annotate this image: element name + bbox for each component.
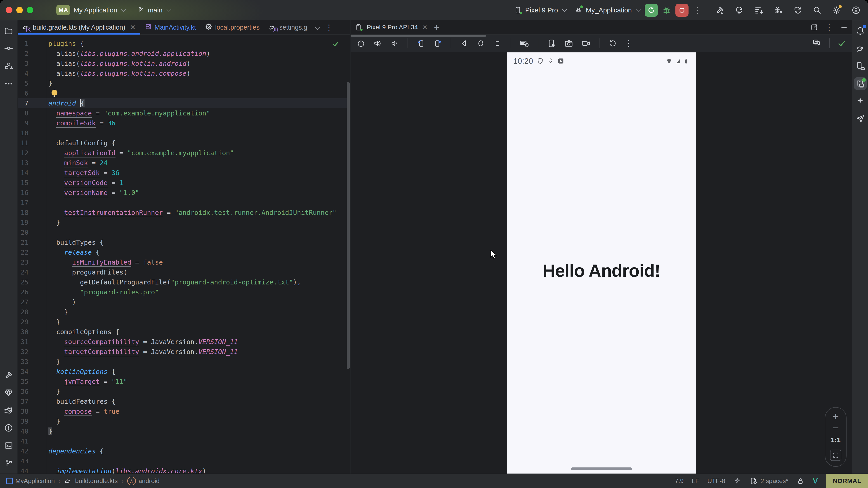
code-line-21[interactable]: buildTypes { [49, 237, 350, 248]
code-line-6[interactable] [49, 88, 350, 98]
breadcrumb-block[interactable]: λ android [127, 477, 160, 485]
device-selector[interactable]: Pixel 9 Pro [510, 4, 568, 16]
intention-lightbulb-icon[interactable] [52, 90, 57, 96]
code-line-20[interactable] [49, 228, 350, 237]
file-encoding[interactable]: UTF-8 [707, 477, 725, 485]
code-line-28[interactable]: } [49, 307, 350, 317]
device-panel-options-icon[interactable]: ⋮ [825, 23, 833, 32]
code-line-35[interactable]: jvmTarget = "11" [49, 377, 350, 387]
stop-button[interactable] [675, 4, 688, 17]
code-line-32[interactable]: targetCompatibility = JavaVersion.VERSIO… [49, 347, 350, 357]
back-button-icon[interactable] [460, 39, 469, 48]
code-line-41[interactable] [49, 436, 350, 446]
caret-position[interactable]: 7:9 [675, 477, 684, 485]
gemini-tool-icon[interactable] [854, 95, 867, 107]
code-line-2[interactable]: alias(libs.plugins.android.application) [49, 48, 350, 59]
apply-code-changes-icon[interactable] [754, 5, 764, 15]
editor-tab-1[interactable]: MainActivity.kt [141, 20, 200, 34]
code-line-16[interactable]: versionName = "1.0" [49, 188, 350, 198]
hide-panel-icon[interactable] [840, 23, 848, 31]
account-icon[interactable] [851, 5, 861, 15]
tab-options-icon[interactable]: ⋮ [325, 23, 333, 32]
breadcrumb-file[interactable]: build.gradle.kts [64, 477, 118, 485]
close-device-tab-icon[interactable]: ✕ [422, 24, 428, 31]
app-distribution-tool-icon[interactable] [854, 112, 867, 125]
more-tool-windows-icon[interactable] [2, 77, 15, 90]
debug-button[interactable] [660, 4, 673, 17]
rotate-right-icon[interactable] [433, 39, 442, 48]
device-settings-icon[interactable] [547, 39, 556, 48]
branch-selector[interactable]: main [134, 4, 173, 16]
line-separator[interactable]: LF [692, 477, 699, 485]
minimize-window-button[interactable] [16, 7, 23, 13]
code-line-13[interactable]: minSdk = 24 [49, 158, 350, 168]
code-line-42[interactable]: dependencies { [49, 446, 350, 456]
run-configuration-selector[interactable]: My_Application [571, 4, 643, 16]
code-line-43[interactable] [49, 456, 350, 466]
code-line-7[interactable]: android { [49, 98, 350, 108]
code-line-26[interactable]: "proguard-rules.pro" [49, 287, 350, 297]
notifications-tool-icon[interactable] [854, 24, 867, 37]
code-line-19[interactable]: } [49, 218, 350, 228]
code-line-3[interactable]: alias(libs.plugins.kotlin.android) [49, 59, 350, 68]
attach-debugger-icon[interactable] [774, 5, 783, 15]
inspections-ok-icon[interactable] [332, 40, 340, 48]
android-nav-handle[interactable] [571, 467, 632, 470]
problems-tool-icon[interactable] [2, 422, 15, 434]
screen-zoom-inspect-icon[interactable] [812, 39, 822, 48]
gradle-tool-icon[interactable] [854, 42, 867, 55]
editor-tab-0[interactable]: Kbuild.gradle.kts (My Application)✕ [18, 20, 141, 34]
code-line-36[interactable]: } [49, 387, 350, 396]
home-button-icon[interactable] [476, 39, 485, 48]
build-hammer-icon[interactable] [715, 5, 725, 15]
code-line-34[interactable]: kotlinOptions { [49, 367, 350, 377]
zoom-actual-size-button[interactable]: 1:1 [831, 436, 840, 444]
code-line-27[interactable]: ) [49, 297, 350, 307]
code-line-25[interactable]: getDefaultProguardFile("proguard-android… [49, 277, 350, 287]
rotate-left-icon[interactable] [416, 39, 426, 48]
overview-button-icon[interactable] [493, 39, 502, 48]
emulator-screen[interactable]: 10:20 Hello Android! [507, 53, 696, 474]
open-in-new-window-icon[interactable] [810, 23, 818, 31]
gemini-disabled-icon[interactable] [733, 477, 741, 485]
code-line-37[interactable]: buildFeatures { [49, 396, 350, 406]
close-tab-icon[interactable]: ✕ [130, 24, 135, 31]
indent-setting[interactable]: 2 spaces* [749, 477, 788, 485]
device-horizontal-scrollbar[interactable] [350, 35, 486, 37]
volume-up-icon[interactable] [373, 39, 382, 48]
zoom-in-button[interactable]: + [833, 413, 839, 420]
unlock-icon[interactable] [796, 477, 804, 485]
more-run-actions-icon[interactable]: ⋮ [691, 5, 704, 15]
editor-tab-2[interactable]: local.properties [200, 20, 264, 34]
code-line-44[interactable]: implementation(libs.androidx.core.ktx) [49, 466, 350, 474]
code-line-29[interactable]: } [49, 317, 350, 327]
code-line-31[interactable]: sourceCompatibility = JavaVersion.VERSIO… [49, 337, 350, 347]
code-line-18[interactable]: testInstrumentationRunner = "androidx.te… [49, 207, 350, 218]
screenshot-camera-icon[interactable] [564, 39, 574, 48]
code-line-8[interactable]: namespace = "com.example.myapplication" [49, 108, 350, 118]
vim-plugin-icon[interactable]: V [813, 477, 818, 485]
commit-tool-icon[interactable] [2, 42, 15, 55]
code-line-38[interactable]: compose = true [49, 406, 350, 416]
editor-scrollbar[interactable] [347, 82, 350, 369]
logcat-tool-icon[interactable] [2, 404, 15, 417]
code-line-11[interactable]: defaultConfig { [49, 138, 350, 148]
device-reset-icon[interactable] [608, 39, 617, 48]
apply-changes-restart-icon[interactable] [735, 5, 744, 15]
code-line-40[interactable]: } [49, 426, 350, 436]
zoom-fit-button[interactable] [830, 450, 841, 461]
code-area[interactable]: plugins { alias(libs.plugins.android.app… [49, 39, 350, 474]
device-manager-tool-icon[interactable] [854, 60, 867, 72]
version-control-tool-icon[interactable] [2, 457, 15, 469]
hardware-input-icon[interactable] [520, 38, 529, 48]
close-window-button[interactable] [6, 7, 12, 13]
project-tool-icon[interactable] [2, 24, 15, 37]
search-icon[interactable] [812, 5, 822, 15]
rerun-button[interactable] [645, 4, 658, 17]
code-line-23[interactable]: isMinifyEnabled = false [49, 257, 350, 267]
volume-down-icon[interactable] [390, 39, 399, 48]
code-line-17[interactable] [49, 198, 350, 207]
code-line-33[interactable]: } [49, 357, 350, 367]
settings-gear-icon[interactable] [832, 5, 841, 15]
build-tool-icon[interactable] [2, 369, 15, 381]
